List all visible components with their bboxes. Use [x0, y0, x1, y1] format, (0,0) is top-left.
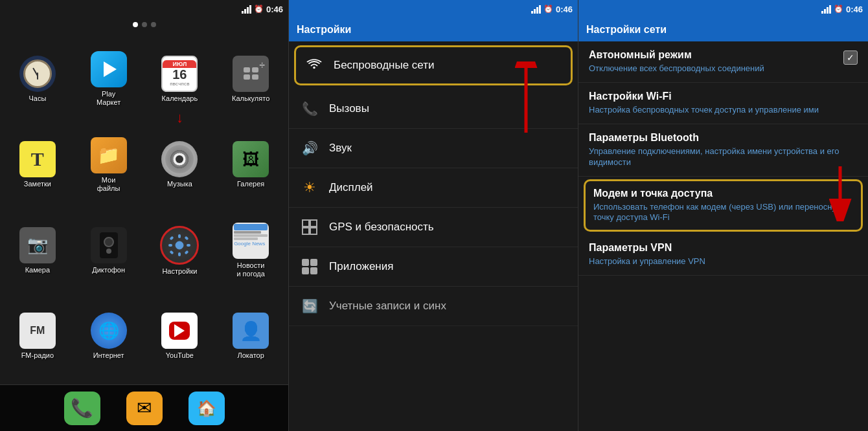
app-internet[interactable]: 🌐 Интернет: [74, 295, 143, 379]
network-item-vpn[interactable]: Параметры VPN Настройка и управление VPN: [578, 234, 868, 276]
network-header: Настройки сети: [578, 18, 868, 41]
settings-item-sync[interactable]: 🔄 Учетные записи и синх: [289, 287, 578, 326]
red-arrow-up-annotation: [507, 61, 545, 142]
wifi-settings-title: Настройки Wi-Fi: [589, 91, 858, 102]
app-clock-label: Часы: [29, 94, 46, 103]
network-time: 0:46: [846, 5, 863, 14]
app-locator[interactable]: 👤 Локатор: [216, 295, 285, 379]
svg-rect-4: [168, 244, 172, 247]
app-music[interactable]: ↓ Музыка: [146, 124, 214, 207]
network-status-bar: ⏰ 0:46: [578, 0, 868, 18]
apps-icon: [299, 256, 320, 277]
dot-3: [151, 22, 156, 27]
app-notes-label: Заметки: [24, 180, 51, 188]
app-myfiles-label: Моифайлы: [97, 176, 120, 193]
app-calendar-label: Календарь: [162, 94, 198, 103]
app-fmradio[interactable]: FM FM-радио: [3, 295, 72, 379]
app-notes[interactable]: T Заметки: [3, 124, 72, 207]
red-arrow-music: ↓: [176, 109, 183, 126]
airplane-checkbox[interactable]: ✓: [843, 50, 858, 65]
network-settings-panel: ⏰ 0:46 Настройки сети Автономный режим О…: [578, 0, 868, 431]
settings-item-display-label: Дисплей: [329, 181, 373, 194]
svg-rect-6: [170, 236, 174, 240]
network-signal-icon: [821, 5, 831, 14]
network-list: Автономный режим Отключение всех беспров…: [578, 41, 868, 431]
page-dots: [0, 18, 288, 31]
dock-mail[interactable]: ✉: [126, 392, 163, 425]
app-play-market-label: PlayМаркет: [97, 90, 120, 107]
settings-item-gps[interactable]: GPS и безопасность: [289, 208, 578, 247]
sync-icon: 🔄: [299, 296, 320, 316]
app-calendar[interactable]: ИЮЛ 16 пвсчпсв Календарь: [146, 38, 214, 121]
app-news-label: Новостии погода: [236, 261, 264, 278]
settings-item-sync-label: Учетные записи и синх: [329, 300, 446, 313]
settings-item-calls-label: Вызовы: [329, 102, 369, 115]
settings-gear-icon: [168, 234, 191, 257]
dot-1: [133, 22, 138, 27]
phone-icon: 📞: [299, 98, 320, 119]
svg-rect-17: [310, 259, 317, 266]
tethering-subtitle: Использовать телефон как модем (через US…: [593, 202, 853, 224]
app-calculator[interactable]: ÷ Калькулято: [216, 38, 285, 121]
network-alarm-icon: ⏰: [834, 5, 843, 14]
svg-rect-16: [302, 259, 309, 266]
settings-item-display[interactable]: ☀ Дисплей: [289, 168, 578, 208]
app-gallery[interactable]: 🖼 Галерея: [216, 124, 285, 207]
settings-panel: ⏰ 0:46 Настройки: [289, 0, 578, 431]
network-item-wifi[interactable]: Настройки Wi-Fi Настройка беспроводных т…: [578, 83, 868, 124]
speaker-icon: 🔊: [299, 138, 320, 159]
svg-rect-7: [185, 236, 189, 240]
svg-rect-5: [187, 244, 190, 247]
app-camera[interactable]: 📷 Камера: [3, 209, 72, 293]
app-youtube-label: YouTube: [166, 351, 194, 360]
settings-item-sound-label: Звук: [329, 142, 352, 155]
svg-marker-0: [104, 61, 117, 77]
home-screen-panel: ⏰ 0:46 Часы PlayМаркет: [0, 0, 289, 431]
settings-signal-icon: [531, 5, 541, 14]
app-settings[interactable]: Настройки: [146, 209, 214, 293]
gps-icon: [299, 217, 320, 238]
airplane-text: Автономный режим Отключение всех беспров…: [589, 49, 764, 74]
red-arrow-down-annotation: [824, 163, 856, 224]
settings-item-apps[interactable]: Приложения: [289, 247, 578, 287]
app-play-market[interactable]: PlayМаркет: [74, 38, 143, 121]
app-dictophone-label: Диктофон: [92, 266, 125, 274]
svg-rect-15: [310, 228, 317, 234]
app-clock[interactable]: Часы: [3, 38, 72, 121]
settings-item-wireless-label: Беспроводные сети: [334, 59, 435, 72]
app-news[interactable]: Google News Новостии погода: [216, 209, 285, 293]
home-time: 0:46: [266, 5, 283, 14]
bluetooth-subtitle: Управление подключениями, настройка имен…: [589, 146, 858, 168]
tethering-title: Модем и точка доступа: [593, 188, 853, 199]
dock-phone[interactable]: 📞: [64, 392, 100, 425]
dock-home[interactable]: 🏠: [188, 392, 225, 425]
app-locator-label: Локатор: [237, 351, 264, 360]
bluetooth-container: Параметры Bluetooth Управление подключен…: [578, 124, 868, 177]
svg-rect-18: [302, 267, 309, 274]
dot-2: [142, 22, 147, 27]
app-gallery-label: Галерея: [237, 180, 264, 188]
network-header-title: Настройки сети: [586, 24, 667, 36]
app-settings-label: Настройки: [162, 267, 197, 276]
app-grid: Часы PlayМаркет ИЮЛ 16 пвсчпсв Календарь: [0, 31, 288, 384]
app-youtube[interactable]: YouTube: [146, 295, 214, 379]
signal-icon: [242, 5, 251, 14]
svg-rect-13: [310, 220, 317, 227]
svg-rect-3: [178, 252, 181, 256]
svg-rect-8: [170, 250, 174, 254]
settings-item-apps-label: Приложения: [329, 260, 393, 273]
sun-icon: ☀: [299, 177, 320, 198]
bluetooth-title: Параметры Bluetooth: [589, 132, 858, 144]
play-market-icon: [98, 59, 119, 80]
network-item-tethering[interactable]: Модем и точка доступа Использовать телеф…: [584, 179, 863, 232]
svg-rect-14: [303, 228, 309, 234]
svg-rect-12: [303, 220, 309, 227]
network-item-airplane[interactable]: Автономный режим Отключение всех беспров…: [578, 41, 868, 83]
app-dictophone[interactable]: Диктофон: [74, 209, 143, 293]
settings-status-bar: ⏰ 0:46: [289, 0, 578, 18]
app-myfiles[interactable]: 📁 Моифайлы: [74, 124, 143, 207]
wifi-settings-subtitle: Настройка беспроводных точек доступа и у…: [589, 105, 858, 116]
alarm-icon: ⏰: [254, 5, 264, 14]
app-calculator-label: Калькулято: [232, 94, 269, 103]
app-fmradio-label: FM-радио: [21, 351, 54, 360]
